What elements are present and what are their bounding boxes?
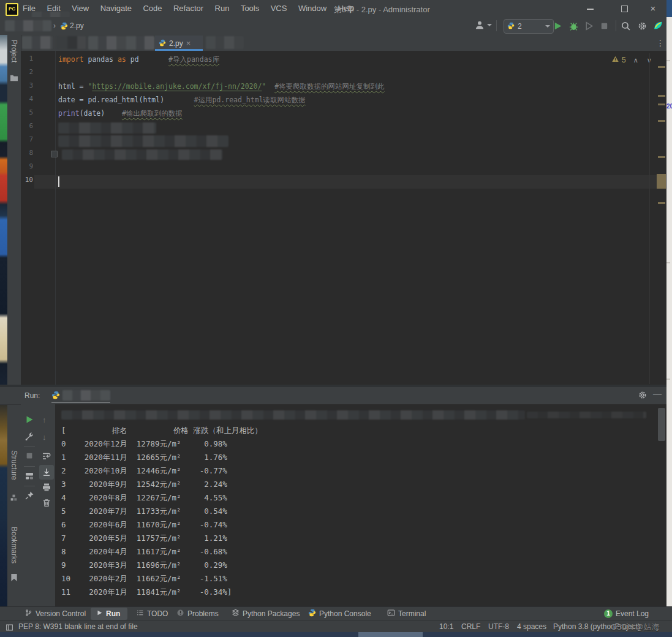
- background-page-line: [666, 262, 670, 263]
- event-log-item[interactable]: 1 Event Log: [604, 607, 649, 620]
- code-text: pd: [126, 55, 139, 64]
- error-stripe-mark[interactable]: [658, 156, 665, 158]
- console-line: 5 2020年7月 11733元/m² 0.54%: [61, 505, 262, 518]
- settings-gear-icon[interactable]: [637, 21, 647, 31]
- problems-icon: [176, 609, 184, 619]
- tool-window-label: Run: [106, 609, 120, 618]
- hide-panel-icon[interactable]: —: [653, 388, 662, 398]
- tool-window-label: Version Control: [36, 609, 86, 618]
- tool-window-python-console[interactable]: Python Console: [308, 607, 371, 620]
- next-occurrence-icon[interactable]: ↓: [42, 432, 52, 442]
- python-file-icon: [60, 21, 68, 29]
- keyword-as: as: [118, 55, 126, 64]
- menu-code[interactable]: Code: [138, 0, 166, 13]
- tab-close-icon[interactable]: ×: [186, 40, 191, 47]
- python-config-icon: [507, 21, 515, 32]
- console-line: 8 2020年4月 11617元/m² -0.68%: [61, 545, 262, 559]
- structure-icon: [10, 493, 18, 504]
- scroll-to-end-icon[interactable]: [42, 467, 51, 477]
- tool-window-version-control[interactable]: Version Control: [25, 607, 86, 620]
- tool-window-python-packages[interactable]: Python Packages: [232, 607, 300, 620]
- close-button[interactable]: ×: [641, 0, 665, 17]
- error-stripe-mark[interactable]: [658, 66, 665, 68]
- menu-edit[interactable]: Edit: [42, 0, 64, 13]
- fold-marker-icon[interactable]: [51, 151, 58, 157]
- error-stripe-mark[interactable]: [658, 202, 665, 204]
- prev-warning-icon[interactable]: ∧: [633, 56, 638, 64]
- prev-occurrence-icon[interactable]: ↑: [42, 415, 52, 425]
- console-line: 6 2020年6月 11670元/m² -0.74%: [61, 518, 262, 532]
- status-message[interactable]: PEP 8: W391 blank line at end of file: [18, 622, 138, 631]
- error-stripe-mark[interactable]: [658, 95, 665, 97]
- url-string[interactable]: https://mobile.anjuke.com/xf/fj-nn/2020/: [92, 82, 262, 91]
- menu-file[interactable]: File: [18, 0, 40, 13]
- clear-console-trash-icon[interactable]: [42, 498, 51, 508]
- restore-layout-icon[interactable]: [25, 471, 34, 481]
- tool-window-problems[interactable]: Problems: [176, 607, 219, 620]
- csdn-watermark: CSDN @姑海: [611, 622, 660, 633]
- code-line-1: import pandas as pd #导入pandas库: [58, 55, 219, 65]
- menu-tools[interactable]: Tools: [236, 0, 263, 13]
- config-dropdown-icon: [545, 25, 550, 28]
- breadcrumb-chevron: ›: [53, 21, 56, 30]
- user-account-icon[interactable]: [474, 20, 485, 31]
- editor-scrollbar-track[interactable]: [649, 53, 650, 384]
- windows-taskbar-edge: [0, 632, 672, 637]
- redacted-tab[interactable]: [206, 36, 244, 49]
- redacted-tab[interactable]: [88, 36, 154, 50]
- menu-refactor[interactable]: Refactor: [169, 0, 208, 13]
- packages-icon: [232, 609, 240, 619]
- search-everywhere-icon[interactable]: [621, 21, 631, 31]
- code-line-4: date = pd.read_html(html) #运用pd.read_htm…: [58, 95, 306, 105]
- indent-widget[interactable]: 4 spaces: [517, 622, 546, 631]
- tool-window-label: Python Console: [319, 609, 371, 618]
- encoding-widget[interactable]: UTF-8: [488, 622, 509, 631]
- warning-icon: [611, 55, 619, 65]
- print-icon[interactable]: [42, 483, 51, 492]
- tool-window-terminal[interactable]: Terminal: [387, 607, 426, 620]
- run-with-coverage-button[interactable]: [584, 21, 594, 31]
- breadcrumb-file[interactable]: 2.py: [70, 21, 84, 30]
- background-page-number: 20: [666, 103, 672, 110]
- line-separator-widget[interactable]: CRLF: [461, 622, 480, 631]
- user-dropdown-icon[interactable]: [487, 24, 492, 26]
- edit-configuration-wrench-icon[interactable]: [25, 432, 34, 442]
- editor-scrollbar-thumb[interactable]: [657, 174, 666, 189]
- menu-window[interactable]: Window: [294, 0, 331, 13]
- minimize-button[interactable]: [579, 0, 602, 17]
- sidebar-item-structure[interactable]: Structure: [10, 450, 18, 480]
- tab-options-icon[interactable]: ⋮: [656, 38, 665, 48]
- stop-process-button[interactable]: [25, 451, 35, 461]
- maximize-button[interactable]: [613, 0, 636, 17]
- stop-button[interactable]: [600, 21, 610, 32]
- run-configuration-select[interactable]: 2: [504, 19, 554, 34]
- menu-vcs[interactable]: VCS: [266, 0, 292, 13]
- menu-run[interactable]: Run: [211, 0, 234, 13]
- code-comment: #导入pandas库: [168, 55, 219, 64]
- pycharm-logo-icon: PC: [6, 3, 18, 16]
- caret-position-widget[interactable]: 10:1: [439, 622, 453, 631]
- sidebar-item-project[interactable]: Project: [10, 40, 18, 62]
- code-gap: [266, 82, 274, 91]
- tool-window-todo[interactable]: TODO: [136, 607, 168, 620]
- console-line: 1 2020年11月 12665元/m² 1.76%: [61, 451, 262, 464]
- redacted-tab[interactable]: [56, 36, 86, 49]
- console-scrollbar-thumb[interactable]: [658, 408, 665, 441]
- menu-navigate[interactable]: Navigate: [96, 0, 136, 13]
- soft-wrap-icon[interactable]: [42, 451, 51, 461]
- debug-button[interactable]: [568, 21, 579, 31]
- inspections-widget[interactable]: 5 ∧ ∨: [611, 55, 652, 65]
- ide-updates-icon[interactable]: [653, 20, 663, 31]
- rerun-button[interactable]: [25, 415, 34, 424]
- error-stripe-mark[interactable]: [658, 104, 665, 105]
- pin-tab-icon[interactable]: [25, 491, 34, 500]
- sidebar-item-bookmarks[interactable]: Bookmarks: [10, 527, 18, 564]
- redacted-tab[interactable]: [22, 36, 53, 49]
- menu-view[interactable]: View: [67, 0, 93, 13]
- run-button[interactable]: [553, 21, 563, 31]
- tool-window-run[interactable]: Run: [96, 607, 120, 620]
- error-stripe-mark[interactable]: [658, 120, 665, 122]
- run-settings-gear-icon[interactable]: [638, 390, 647, 402]
- redacted-run-tab-name[interactable]: [62, 390, 110, 401]
- console-output: [ 排名 价格 涨跌（和上月相比） 0 2020年12月 12789元/m² 0…: [61, 424, 262, 599]
